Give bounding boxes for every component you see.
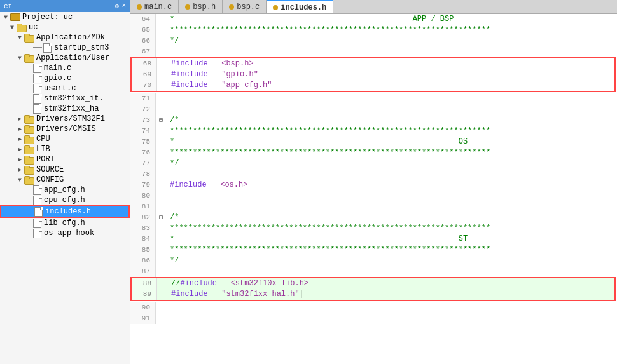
file-icon — [43, 43, 52, 52]
file-icon — [33, 104, 42, 113]
panel-header: ct ⊕ × — [0, 0, 130, 12]
expand-icon: ▼ — [1, 14, 10, 21]
usart-c-label: usart.c — [44, 84, 76, 93]
tree-item-app-user[interactable]: ▼ Application/User — [0, 53, 130, 63]
tree-item-cpu-cfg[interactable]: cpu_cfg.h — [0, 195, 130, 205]
code-line: 80 — [130, 191, 617, 201]
code-line: 77 */ — [130, 158, 617, 169]
tree-item-startup[interactable]: startup_stm3 — [0, 43, 130, 53]
startup-label: startup_stm3 — [54, 43, 109, 52]
collapse-btn — [156, 46, 166, 57]
code-content: * APP / BSP — [166, 14, 454, 25]
code-content: */ — [166, 255, 179, 266]
code-content — [166, 104, 174, 115]
expand-icon: ▶ — [15, 135, 24, 143]
tree-item-gpio-c[interactable]: gpio.c — [0, 73, 130, 83]
code-line: 84 * ST — [130, 234, 617, 245]
tab-includes-h[interactable]: includes.h — [267, 0, 333, 13]
folder-icon — [24, 34, 34, 41]
collapse-btn — [157, 58, 167, 69]
pin-icon[interactable]: ⊕ — [115, 2, 120, 10]
tree-item-main-c[interactable]: main.c — [0, 63, 130, 73]
tab-label: main.c — [144, 3, 172, 11]
code-content — [166, 93, 174, 104]
project-icon — [10, 13, 20, 21]
tree-item-usart-c[interactable]: usart.c — [0, 83, 130, 93]
code-content: /* — [166, 212, 179, 223]
code-content — [166, 313, 174, 324]
tree-item-lib-cfg[interactable]: lib_cfg.h — [0, 218, 130, 228]
code-content: #include "gpio.h" — [167, 69, 258, 80]
code-line: 70 #include "app_cfg.h" — [132, 80, 614, 91]
tab-bsp-c[interactable]: bsp.c — [223, 0, 267, 13]
code-line: 90 — [130, 302, 617, 313]
line-number: 75 — [130, 137, 156, 147]
line-number: 86 — [130, 255, 156, 266]
code-content: */ — [166, 158, 179, 169]
collapse-btn — [156, 255, 166, 266]
tree-item-stm32-it[interactable]: stm32f1xx_it. — [0, 93, 130, 104]
tab-bsp-h[interactable]: bsp.h — [179, 0, 223, 13]
app-user-label: Application/User — [36, 53, 109, 62]
tree-item-cpu[interactable]: ▶ CPU — [0, 134, 130, 144]
collapse-btn — [156, 245, 166, 255]
collapse-btn — [156, 104, 166, 115]
line-number: 79 — [130, 180, 156, 191]
code-line: 81 — [130, 201, 617, 212]
close-icon[interactable]: × — [121, 2, 126, 10]
collapse-btn — [156, 201, 166, 212]
line-number: 66 — [130, 36, 156, 46]
source-label: SOURCE — [36, 165, 64, 174]
tree-item-app-cfg[interactable]: app_cfg.h — [0, 185, 130, 195]
file-icon — [33, 229, 42, 238]
line-number: 76 — [130, 147, 156, 158]
highlight-block-2: 88 //#include <stm32f10x_lib.h> 89 #incl… — [130, 277, 616, 301]
line-number: 73 — [130, 115, 156, 126]
app-cfg-label: app_cfg.h — [44, 185, 85, 194]
tree-item-includes-h[interactable]: includes.h — [0, 205, 130, 218]
file-icon — [33, 196, 42, 205]
tree-item-drivers-stm32[interactable]: ▶ Drivers/STM32F1 — [0, 114, 130, 124]
collapse-btn[interactable]: ⊟ — [156, 115, 166, 126]
collapse-btn — [156, 25, 166, 36]
code-content: #include "stm32f1xx_hal.h"| — [167, 289, 304, 300]
collapse-btn — [156, 36, 166, 46]
tree-item-uc[interactable]: ▼ uc — [0, 22, 130, 32]
collapse-btn — [156, 266, 166, 277]
collapse-btn — [156, 126, 166, 137]
project-label: Project: uc — [22, 13, 73, 22]
code-line: 86 */ — [130, 255, 617, 266]
code-line: 82 ⊟ /* — [130, 212, 617, 223]
code-line: 78 — [130, 169, 617, 180]
line-number: 84 — [130, 234, 156, 245]
tab-main-c[interactable]: main.c — [130, 0, 179, 13]
code-line: 89 #include "stm32f1xx_hal.h"| — [132, 289, 614, 300]
line-number: 89 — [132, 289, 157, 300]
code-line: 69 #include "gpio.h" — [132, 69, 614, 80]
app-mdk-label: Application/MDk — [36, 33, 105, 42]
tree-item-port[interactable]: ▶ PORT — [0, 154, 130, 165]
code-line: 68 #include <bsp.h> — [132, 58, 614, 69]
stm32-ha-label: stm32f1xx_ha — [44, 104, 99, 113]
tree-item-stm32-ha[interactable]: stm32f1xx_ha — [0, 104, 130, 114]
tree-item-drivers-cmsis[interactable]: ▶ Drivers/CMSIS — [0, 124, 130, 134]
right-panel: main.c bsp.h bsp.c includes.h 64 * — [130, 0, 617, 364]
tree-item-os-app-hook[interactable]: os_app_hook — [0, 228, 130, 238]
file-icon — [34, 207, 43, 216]
tree-item-app-mdk[interactable]: ▼ Application/MDk — [0, 32, 130, 43]
config-label: CONFIG — [36, 175, 64, 184]
tree-item-config[interactable]: ▼ CONFIG — [0, 175, 130, 185]
left-panel: ct ⊕ × ▼ Project: uc ▼ uc ▼ Application/… — [0, 0, 130, 364]
code-content: ****************************************… — [166, 245, 490, 255]
tree-item-lib[interactable]: ▶ LIB — [0, 144, 130, 154]
tree-item-source[interactable]: ▶ SOURCE — [0, 165, 130, 175]
tree-item-project[interactable]: ▼ Project: uc — [0, 12, 130, 22]
collapse-btn[interactable]: ⊟ — [156, 212, 166, 223]
code-content: ****************************************… — [166, 223, 490, 234]
line-number: 74 — [130, 126, 156, 137]
file-icon — [33, 94, 42, 103]
expand-icon: ▼ — [15, 177, 24, 184]
code-editor[interactable]: 64 * APP / BSP 65 **********************… — [130, 14, 617, 364]
line-number: 67 — [130, 46, 156, 57]
code-line: 64 * APP / BSP — [130, 14, 617, 25]
